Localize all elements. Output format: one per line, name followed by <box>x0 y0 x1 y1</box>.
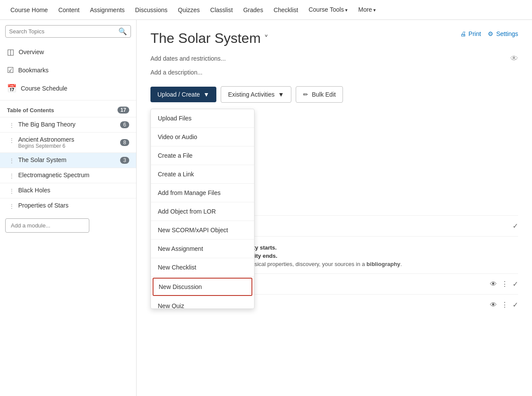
settings-button[interactable]: ⚙ Settings <box>488 30 518 37</box>
toc-item-ancient-astronomers[interactable]: ⋮ Ancient Astronomers Begins September 6… <box>0 132 136 153</box>
existing-activities-button[interactable]: Existing Activities ▼ <box>221 86 291 103</box>
add-description-link[interactable]: Add a description... <box>150 65 518 79</box>
drag-handle-icon: ⋮ <box>9 157 15 164</box>
check-icon: ✓ <box>512 301 518 309</box>
drag-handle-icon: ⋮ <box>9 122 15 129</box>
toc-item-electromagnetic[interactable]: ⋮ Electromagnetic Spectrum <box>0 168 136 183</box>
nav-content[interactable]: Content <box>53 0 85 20</box>
nav-discussions[interactable]: Discussions <box>130 0 173 20</box>
eye-icon[interactable]: 👁 <box>490 301 497 309</box>
sidebar-item-label-schedule: Course Schedule <box>21 85 67 92</box>
bulk-edit-button[interactable]: ✏ Bulk Edit <box>296 86 343 103</box>
settings-label: Settings <box>496 30 518 37</box>
dropdown-item-upload-files[interactable]: Upload Files <box>151 109 254 128</box>
sidebar: 🔍 ◫ Overview ☑ Bookmarks 📅 Course Schedu… <box>0 20 137 396</box>
drag-handle-icon: ⋮ <box>9 172 15 179</box>
existing-activities-label: Existing Activities <box>228 91 274 98</box>
print-button[interactable]: 🖨 Print <box>460 30 481 37</box>
upload-create-button[interactable]: Upload / Create ▼ <box>150 87 216 102</box>
nav-classlist[interactable]: Classlist <box>205 0 238 20</box>
dropdown-item-new-assignment[interactable]: New Assignment <box>151 240 254 258</box>
toc-header: Table of Contents 17 <box>0 103 136 117</box>
toc-item-label: The Solar System <box>18 156 66 163</box>
sidebar-item-bookmarks[interactable]: ☑ Bookmarks <box>0 61 136 79</box>
sidebar-item-overview[interactable]: ◫ Overview <box>0 43 136 61</box>
nav-more[interactable]: More <box>353 0 381 20</box>
more-options-icon[interactable]: ⋮ <box>501 301 508 309</box>
drag-handle-icon: ⋮ <box>9 188 15 195</box>
nav-course-home[interactable]: Course Home <box>5 0 53 20</box>
toc-item-label: Electromagnetic Spectrum <box>18 172 89 179</box>
more-options-icon[interactable]: ⋮ <box>501 280 508 288</box>
print-label: Print <box>469 30 481 37</box>
toc-item-label: The Big Bang Theory <box>18 121 75 128</box>
nav-quizzes[interactable]: Quizzes <box>173 0 205 20</box>
content-header: The Solar System ˅ 🖨 Print ⚙ Settings <box>150 30 518 46</box>
pencil-icon: ✏ <box>303 91 308 98</box>
nav-assignments[interactable]: Assignments <box>85 0 130 20</box>
dropdown-item-new-quiz[interactable]: New Quiz <box>151 297 254 308</box>
gear-icon: ⚙ <box>488 30 493 37</box>
upload-create-label: Upload / Create <box>157 91 200 98</box>
visibility-icon[interactable]: 👁 <box>510 54 518 63</box>
eye-icon[interactable]: 👁 <box>490 280 497 288</box>
dropdown-item-create-file[interactable]: Create a File <box>151 146 254 165</box>
toc-item-count: 6 <box>120 121 129 128</box>
calendar-icon: 📅 <box>7 84 16 93</box>
toc-item-sub: Begins September 6 <box>18 143 74 149</box>
toc-item-black-holes[interactable]: ⋮ Black Holes <box>0 183 136 198</box>
dropdown-item-new-discussion[interactable]: New Discussion <box>153 278 252 296</box>
check-icon: ✓ <box>512 222 518 230</box>
drag-handle-icon: ⋮ <box>9 137 15 144</box>
page-title-text: The Solar System <box>150 30 261 46</box>
toc-item-label: Properties of Stars <box>18 202 69 209</box>
search-icon[interactable]: 🔍 <box>118 27 127 36</box>
nav-course-tools[interactable]: Course Tools <box>304 0 353 20</box>
top-navigation: Course Home Content Assignments Discussi… <box>0 0 532 20</box>
page-title: The Solar System ˅ <box>150 30 268 46</box>
sidebar-item-label-bookmarks: Bookmarks <box>18 67 49 74</box>
toc-item-label: Ancient Astronomers <box>18 136 74 143</box>
dropdown-item-scorm[interactable]: New SCORM/xAPI Object <box>151 221 254 240</box>
nav-checklist[interactable]: Checklist <box>268 0 304 20</box>
nav-grades[interactable]: Grades <box>238 0 268 20</box>
sidebar-divider <box>0 100 136 101</box>
search-input[interactable] <box>9 28 118 35</box>
upload-create-dropdown: Upload Files Video or Audio Create a Fil… <box>150 109 255 309</box>
toc-item-count: 8 <box>120 139 129 146</box>
header-actions: 🖨 Print ⚙ Settings <box>460 30 518 37</box>
dropdown-item-lor[interactable]: Add Object from LOR <box>151 202 254 221</box>
dropdown-item-manage-files[interactable]: Add from Manage Files <box>151 184 254 202</box>
sidebar-item-label-overview: Overview <box>19 49 44 55</box>
toc-count-badge: 17 <box>117 107 129 114</box>
dropdown-item-video-audio[interactable]: Video or Audio <box>151 128 254 146</box>
search-bar[interactable]: 🔍 <box>5 25 131 38</box>
dropdown-arrow-icon: ▼ <box>278 91 284 98</box>
dropdown-scroll: Upload Files Video or Audio Create a Fil… <box>151 109 254 308</box>
print-icon: 🖨 <box>460 30 466 37</box>
dropdown-item-create-link[interactable]: Create a Link <box>151 165 254 184</box>
dropdown-item-new-checklist[interactable]: New Checklist <box>151 258 254 277</box>
toolbar: Upload / Create ▼ Existing Activities ▼ … <box>150 86 518 103</box>
title-dropdown-icon[interactable]: ˅ <box>264 33 268 44</box>
dropdown-arrow-icon: ▼ <box>203 91 209 98</box>
add-dates-link[interactable]: Add dates and restrictions... <box>150 52 226 65</box>
toc-label: Table of Contents <box>7 107 54 114</box>
bookmark-icon: ☑ <box>7 65 14 75</box>
toc-item-count: 3 <box>120 157 129 164</box>
check-icon: ✓ <box>512 280 518 288</box>
add-module-input[interactable] <box>5 218 89 233</box>
main-layout: 🔍 ◫ Overview ☑ Bookmarks 📅 Course Schedu… <box>0 20 532 396</box>
drag-handle-icon: ⋮ <box>9 203 15 210</box>
toc-item-properties-of-stars[interactable]: ⋮ Properties of Stars <box>0 198 136 213</box>
toc-item-label: Black Holes <box>18 187 50 194</box>
bulk-edit-label: Bulk Edit <box>312 91 336 98</box>
sidebar-item-schedule[interactable]: 📅 Course Schedule <box>0 79 136 97</box>
toc-item-big-bang[interactable]: ⋮ The Big Bang Theory 6 <box>0 117 136 132</box>
overview-icon: ◫ <box>7 47 14 57</box>
toc-item-solar-system[interactable]: ⋮ The Solar System 3 <box>0 153 136 168</box>
content-area: The Solar System ˅ 🖨 Print ⚙ Settings Ad… <box>137 20 532 396</box>
